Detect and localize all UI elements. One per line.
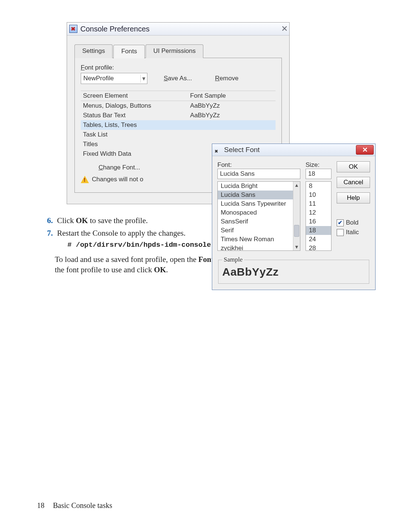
window-title: Console Preferences <box>80 25 150 33</box>
list-item[interactable]: 28 <box>306 244 331 251</box>
remove-button[interactable]: Remove <box>209 73 245 84</box>
font-name-input[interactable] <box>217 169 300 179</box>
font-profile-combo[interactable]: ▾ <box>81 73 147 84</box>
warning: Changes will not o <box>81 176 143 183</box>
table-row[interactable]: Status Bar TextAaBbYyZz <box>81 111 276 120</box>
warning-icon <box>81 176 89 183</box>
font-profile-input[interactable] <box>81 75 140 82</box>
list-item[interactable]: Monospaced <box>218 208 300 217</box>
size-label: Size: <box>306 161 331 169</box>
sample-group: Sample AaBbYyZz <box>218 256 369 284</box>
list-item[interactable]: Lucida Bright <box>218 182 300 191</box>
change-font-button[interactable]: Change Font... <box>92 162 147 173</box>
scroll-down-icon[interactable]: ▼ <box>294 243 299 250</box>
font-size-input[interactable] <box>306 169 331 179</box>
scrollbar[interactable]: ▲ ▼ <box>293 182 300 250</box>
chevron-down-icon[interactable]: ▾ <box>140 75 147 83</box>
table-row[interactable]: Tables, Lists, Trees <box>81 120 276 130</box>
sample-text: AaBbYyZz <box>222 266 365 278</box>
warning-text: Changes will not o <box>92 176 143 183</box>
col-screen-element: Screen Element <box>81 91 188 101</box>
tab-fonts[interactable]: Fonts <box>113 45 145 58</box>
list-item[interactable]: Serif <box>218 226 300 235</box>
table-row[interactable]: Task List <box>81 130 276 139</box>
select-font-title: Select Font <box>224 146 260 154</box>
font-profile-label: Font profile: <box>81 64 276 71</box>
italic-checkbox[interactable]: Italic <box>337 229 370 236</box>
help-button[interactable]: Help <box>337 192 370 203</box>
list-item[interactable]: Times New Roman <box>218 235 300 244</box>
select-font-titlebar: ✖ Select Font ✕ <box>212 144 375 156</box>
sample-legend: Sample <box>222 256 244 263</box>
app-icon: ✖ <box>214 147 221 153</box>
save-as-button[interactable]: Save As... <box>157 73 199 84</box>
col-font-sample: Font Sample <box>188 91 276 101</box>
list-item[interactable]: 24 <box>306 235 331 244</box>
list-item[interactable]: 10 <box>306 191 331 199</box>
list-item[interactable]: Lucida Sans <box>218 191 300 199</box>
tabs: Settings Fonts UI Permissions <box>74 44 282 58</box>
cancel-button[interactable]: Cancel <box>337 177 370 188</box>
ok-button[interactable]: OK <box>337 161 370 172</box>
list-item[interactable]: 12 <box>306 208 331 217</box>
list-item[interactable]: 8 <box>306 182 331 191</box>
size-list[interactable]: 8 10 11 12 16 18 24 28 <box>306 181 331 251</box>
page-number: 18 <box>37 501 44 509</box>
list-item[interactable]: 16 <box>306 217 331 226</box>
tab-settings[interactable]: Settings <box>74 44 113 58</box>
section-title: Basic Console tasks <box>53 501 112 509</box>
page-footer: 18 Basic Console tasks <box>37 501 112 510</box>
tab-ui-permissions[interactable]: UI Permissions <box>146 44 203 58</box>
font-label: Font: <box>217 161 300 169</box>
scroll-thumb[interactable] <box>294 225 299 237</box>
bold-checkbox[interactable]: ✔ Bold <box>337 219 370 226</box>
italic-label: Italic <box>346 229 359 236</box>
checkbox-icon: ✔ <box>337 219 344 226</box>
select-font-window: ✖ Select Font ✕ Font: Lucida Bright Luci… <box>212 144 376 290</box>
app-icon: ✖ <box>69 25 77 33</box>
list-item[interactable]: Lucida Sans Typewriter <box>218 199 300 208</box>
scroll-up-icon[interactable]: ▲ <box>294 182 299 189</box>
titlebar: ✖ Console Preferences ✕ <box>67 23 289 36</box>
close-icon[interactable]: ✕ <box>281 24 287 34</box>
font-list[interactable]: Lucida Bright Lucida Sans Lucida Sans Ty… <box>217 181 300 251</box>
list-item[interactable]: 11 <box>306 199 331 208</box>
table-row[interactable]: Menus, Dialogs, ButtonsAaBbYyZz <box>81 101 276 111</box>
close-icon[interactable]: ✕ <box>356 145 374 155</box>
list-item[interactable]: SansSerif <box>218 217 300 226</box>
list-item[interactable]: zycjkhei <box>218 244 300 251</box>
checkbox-icon <box>337 229 344 236</box>
list-item[interactable]: 18 <box>306 226 331 235</box>
bold-label: Bold <box>346 219 359 226</box>
